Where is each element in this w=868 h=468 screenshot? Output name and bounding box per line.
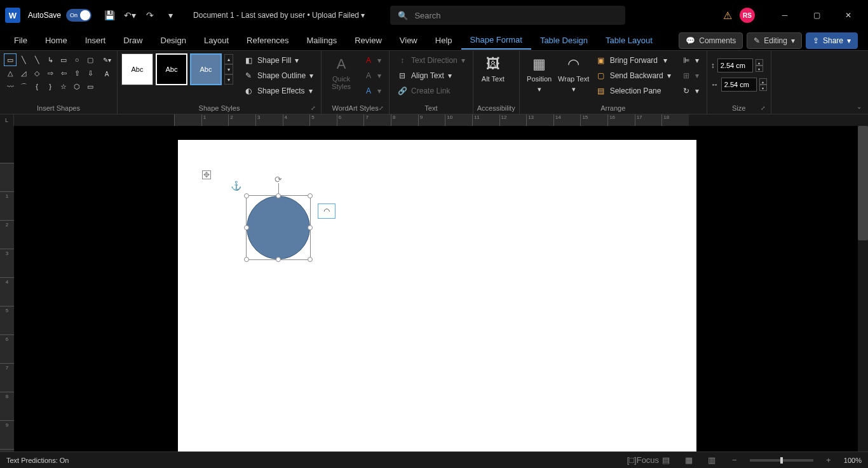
shape-arrow-u-icon[interactable]: ⇧ xyxy=(71,67,83,79)
shape-textbox-icon[interactable]: ▭ xyxy=(4,53,17,66)
anchor-icon[interactable]: ⚓ xyxy=(231,181,241,191)
gallery-down-icon[interactable]: ▾ xyxy=(224,64,233,74)
shape-rect-icon[interactable]: ▭ xyxy=(57,53,70,66)
save-icon[interactable]: 💾 xyxy=(100,6,118,24)
style-preset-3[interactable]: Abc xyxy=(190,53,222,85)
tab-design[interactable]: Design xyxy=(152,32,195,49)
warning-icon[interactable]: ⚠ xyxy=(723,10,732,22)
resize-handle-bl[interactable] xyxy=(244,257,249,262)
width-up-icon[interactable]: ▴ xyxy=(759,78,767,85)
width-down-icon[interactable]: ▾ xyxy=(759,85,767,91)
send-backward-button[interactable]: ▢Send Backward ▾ xyxy=(592,69,675,83)
gallery-more-icon[interactable]: ▾ xyxy=(224,74,233,85)
layout-options-button[interactable]: ◠ xyxy=(318,203,336,219)
editing-mode-button[interactable]: ✎ Editing ▾ xyxy=(747,32,802,49)
shape-line-icon[interactable]: ╲ xyxy=(17,53,30,66)
shape-curve-icon[interactable]: 〰 xyxy=(4,80,17,93)
search-box[interactable]: 🔍 Search xyxy=(390,6,625,25)
close-button[interactable]: ✕ xyxy=(834,5,863,25)
tab-home[interactable]: Home xyxy=(36,32,76,49)
align-text-button[interactable]: ⊟Align Text ▾ xyxy=(393,69,469,83)
share-button[interactable]: ⇪ Share ▾ xyxy=(806,32,858,49)
shape-line2-icon[interactable]: ╲ xyxy=(31,53,43,66)
focus-mode-button[interactable]: [□] Focus xyxy=(635,454,651,467)
tab-view[interactable]: View xyxy=(391,32,426,49)
resize-handle-tl[interactable] xyxy=(244,193,249,198)
height-up-icon[interactable]: ▴ xyxy=(756,59,763,65)
position-button[interactable]: ▦ Position ▾ xyxy=(524,53,555,93)
resize-handle-ml[interactable] xyxy=(244,225,249,230)
text-predictions-status[interactable]: Text Predictions: On xyxy=(6,457,69,464)
gallery-up-icon[interactable]: ▴ xyxy=(224,54,233,64)
shape-outline-button[interactable]: ✎Shape Outline ▾ xyxy=(240,69,317,83)
tab-review[interactable]: Review xyxy=(346,32,391,49)
wrap-text-button[interactable]: ◠ Wrap Text ▾ xyxy=(558,53,590,93)
bring-forward-button[interactable]: ▣Bring Forward ▾ xyxy=(592,53,675,67)
shape-triangle-icon[interactable]: △ xyxy=(4,67,17,79)
document-canvas[interactable]: ✥ ⚓ ⟳ ◠ xyxy=(14,126,868,451)
redo-icon[interactable]: ↷ xyxy=(141,6,159,24)
tab-file[interactable]: File xyxy=(5,32,36,49)
web-layout-icon[interactable]: ▥ xyxy=(704,454,719,467)
tab-layout[interactable]: Layout xyxy=(195,32,238,49)
tab-insert[interactable]: Insert xyxy=(76,32,115,49)
tab-mailings[interactable]: Mailings xyxy=(298,32,346,49)
oval-shape[interactable] xyxy=(247,196,310,259)
shape-brace-r-icon[interactable]: } xyxy=(44,80,57,93)
launcher-icon[interactable]: ⤢ xyxy=(311,105,316,111)
resize-handle-tc[interactable] xyxy=(276,193,281,198)
autosave-control[interactable]: AutoSave On xyxy=(28,9,92,22)
alt-text-button[interactable]: 🖼 Alt Text xyxy=(477,53,509,83)
launcher-icon[interactable]: ⤢ xyxy=(761,105,766,111)
width-input[interactable] xyxy=(721,78,757,92)
minimize-button[interactable]: ─ xyxy=(770,5,799,25)
shape-fill-button[interactable]: ◧Shape Fill ▾ xyxy=(240,53,317,67)
shape-arc-icon[interactable]: ⌒ xyxy=(17,80,30,93)
shape-connector-icon[interactable]: ↳ xyxy=(44,53,57,66)
shape-star-icon[interactable]: ☆ xyxy=(57,80,70,93)
ruler-corner[interactable]: L xyxy=(0,114,14,126)
height-input[interactable] xyxy=(717,59,753,72)
shapes-gallery[interactable]: ▭ ╲ ╲ ↳ ▭ ○ ▢ △ ◿ ◇ ⇨ ⇦ ⇧ ⇩ 〰 ⌒ { } ☆ ⬡ xyxy=(4,53,97,93)
comments-button[interactable]: 💬 Comments xyxy=(679,32,743,49)
document-title[interactable]: Document 1 - Last saved by user • Upload… xyxy=(193,11,365,20)
shape-diamond-icon[interactable]: ◇ xyxy=(31,67,43,79)
shape-brace-l-icon[interactable]: { xyxy=(31,80,43,93)
rotate-handle-icon[interactable]: ⟳ xyxy=(275,174,283,183)
selected-shape[interactable]: ⟳ xyxy=(247,196,310,259)
shape-textbox2-icon[interactable]: ▭ xyxy=(84,80,97,93)
shape-arrow-l-icon[interactable]: ⇦ xyxy=(57,67,70,79)
tab-table-layout[interactable]: Table Layout xyxy=(597,32,661,49)
shape-oval-icon[interactable]: ○ xyxy=(71,53,83,66)
qat-customize-icon[interactable]: ▾ xyxy=(161,6,179,24)
align-button[interactable]: ⊫▾ xyxy=(677,53,703,67)
shape-effects-button[interactable]: ◐Shape Effects ▾ xyxy=(240,84,317,98)
shape-roundrect-icon[interactable]: ▢ xyxy=(84,53,97,66)
zoom-out-icon[interactable]: − xyxy=(727,454,742,467)
textbox-icon[interactable]: A xyxy=(100,67,113,80)
tab-draw[interactable]: Draw xyxy=(114,32,151,49)
read-mode-icon[interactable]: ▤ xyxy=(658,454,674,467)
autosave-toggle[interactable]: On xyxy=(66,9,92,22)
tab-table-design[interactable]: Table Design xyxy=(531,32,597,49)
launcher-icon[interactable]: ⤢ xyxy=(379,105,384,111)
resize-handle-mr[interactable] xyxy=(308,225,313,230)
move-handle-icon[interactable]: ✥ xyxy=(202,170,211,179)
tab-help[interactable]: Help xyxy=(426,32,461,49)
page[interactable]: ✥ ⚓ ⟳ ◠ xyxy=(178,140,696,451)
style-preset-2[interactable]: Abc xyxy=(156,53,187,85)
shape-arrow-d-icon[interactable]: ⇩ xyxy=(84,67,97,79)
scroll-thumb[interactable] xyxy=(858,126,868,240)
height-down-icon[interactable]: ▾ xyxy=(756,65,763,72)
ruler-horizontal[interactable]: L 123 4567 891011 12131415 161718 xyxy=(0,114,868,126)
zoom-slider[interactable] xyxy=(750,459,813,462)
print-layout-icon[interactable]: ▦ xyxy=(681,454,696,467)
tab-shape-format[interactable]: Shape Format xyxy=(461,31,531,50)
resize-handle-bc[interactable] xyxy=(276,257,281,262)
zoom-level[interactable]: 100% xyxy=(844,457,862,464)
shape-hexagon-icon[interactable]: ⬡ xyxy=(71,80,83,93)
shape-arrow-r-icon[interactable]: ⇨ xyxy=(44,67,57,79)
shape-rtriangle-icon[interactable]: ◿ xyxy=(17,67,30,79)
maximize-button[interactable]: ▢ xyxy=(802,5,831,25)
tab-references[interactable]: References xyxy=(238,32,297,49)
